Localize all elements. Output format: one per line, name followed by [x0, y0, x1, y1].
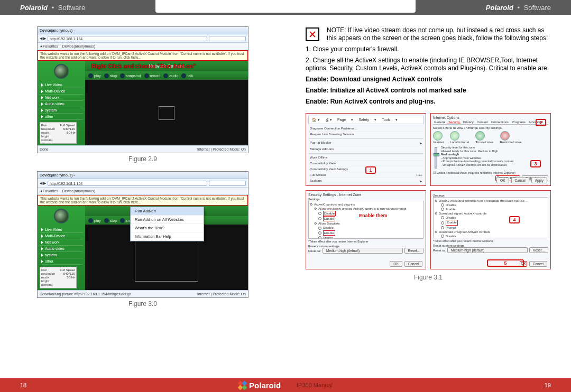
menu-item-whats-risk[interactable]: What's the Risk?: [131, 224, 204, 232]
reset-button[interactable]: Reset...: [529, 247, 548, 253]
ok-button[interactable]: OK: [496, 178, 509, 183]
status-left: Done: [40, 147, 49, 151]
snapshot-button[interactable]: snapshot: [120, 73, 141, 78]
note-text: NOTE: If live video stream does not come…: [327, 26, 549, 42]
record-button[interactable]: record: [144, 73, 161, 78]
sidebar-item[interactable]: other: [40, 114, 83, 120]
menu-item[interactable]: Reopen Last Browsing Session: [308, 132, 423, 137]
reset-combo[interactable]: Medium-high (default): [447, 247, 528, 253]
tab-label[interactable]: Device(anonymous): [62, 189, 95, 193]
activex-warning-bar[interactable]: This website wants to run the following …: [38, 195, 248, 206]
cancel-button[interactable]: Cancel: [511, 178, 529, 183]
url-field[interactable]: http://192.168.1.154: [48, 36, 207, 41]
play-button[interactable]: play: [88, 218, 101, 223]
callout-2: 2: [536, 119, 546, 126]
video-stage: [85, 80, 248, 146]
sidebar-item[interactable]: Multi-Device: [40, 88, 83, 95]
talk-button[interactable]: talk: [181, 73, 193, 78]
address-bar[interactable]: ◀ ▶ http://192.168.1.154: [38, 34, 248, 43]
zones-row[interactable]: Internet Local intranet Trusted sites Re…: [433, 131, 548, 144]
protected-mode-check[interactable]: Enable Protected Mode (requires restarti…: [437, 171, 515, 174]
menu-item[interactable]: Compatibility View: [308, 161, 423, 166]
sidebar-item[interactable]: Audio video: [40, 101, 83, 107]
security-slider[interactable]: [435, 147, 437, 169]
sidebar-item[interactable]: system: [40, 107, 83, 114]
screenshot-3-0: Device(anonymous) - ◀ ▶ http://192.168.1…: [37, 171, 248, 298]
callout-3: 3: [530, 160, 541, 167]
restricted-icon: [500, 131, 510, 141]
menu-item[interactable]: Toolbars▸: [308, 178, 423, 184]
enable-line-2: Enable: Initialize all ActiveX controls …: [306, 87, 551, 95]
menu-item[interactable]: Explorer Bars▸: [308, 184, 423, 186]
search-field[interactable]: [209, 36, 246, 41]
dialog-title: Security Settings - Internet Zone: [308, 193, 423, 197]
url-field[interactable]: http://192.168.1.154: [48, 181, 207, 186]
figure-caption: Figure 3.1: [306, 274, 551, 281]
window-titlebar: Device(anonymous) -: [38, 172, 248, 179]
ok-button[interactable]: OK: [390, 261, 402, 267]
status-left: Downloading picture http://192.168.1.154…: [40, 292, 131, 296]
menu-item-info-help[interactable]: Information Bar Help: [131, 232, 204, 241]
sidebar-item[interactable]: Live Video: [40, 82, 83, 88]
intranet-icon: [450, 131, 459, 141]
audio-button[interactable]: audio: [163, 73, 178, 78]
enable-line-1: Enable: Download unsigned ActiveX contro…: [306, 76, 551, 83]
tabs-row[interactable]: General Security Privacy Content Connect…: [433, 120, 548, 125]
apply-button[interactable]: Apply: [531, 178, 547, 183]
activex-warning-bar[interactable]: This website wants to run the following …: [38, 50, 248, 61]
menu-item-run-all[interactable]: Run Add-on on All Websites: [131, 216, 204, 224]
menu-item[interactable]: Work Offline: [308, 155, 423, 161]
tools-dropdown[interactable]: Diagnose Connection Problems... Reopen L…: [308, 126, 423, 186]
enable-line-3: Enable: Run ActiveX controls and plug-in…: [306, 98, 551, 106]
level-name: Medium-high: [441, 153, 459, 156]
search-field[interactable]: [209, 181, 246, 186]
video-viewer: Network Camera play stop snapshot record…: [85, 61, 248, 146]
internet-options-screenshot: Internet Options General Security Privac…: [430, 113, 551, 186]
stop-button[interactable]: stop: [104, 73, 117, 78]
step-2: 2. Change all the ActiveX settings to en…: [306, 57, 551, 72]
favorites-label[interactable]: Favorites: [43, 189, 58, 193]
play-button[interactable]: play: [88, 73, 101, 78]
cancel-button[interactable]: Cancel: [529, 261, 547, 267]
menu-item[interactable]: Pop-up Blocker▸: [308, 140, 423, 146]
figure-3-0: Device(anonymous) - ◀ ▶ http://192.168.1…: [20, 171, 265, 307]
camera-lens-graphic: [38, 206, 85, 227]
sidebar-item[interactable]: Net work: [40, 239, 83, 246]
page-number-right: 19: [545, 382, 551, 388]
browser-toolbar: ★ Favorites Device(anonymous): [38, 43, 248, 50]
favorites-label[interactable]: Favorites: [43, 44, 58, 48]
toolbar-row: 🏠 ▾🖨 ▾ Page▾ Safety▾ Tools▾: [308, 116, 423, 124]
security-settings-left: Security Settings - Internet Zone Settin…: [306, 190, 426, 269]
red-x-icon: [306, 27, 319, 41]
context-menu[interactable]: Run Add-on Run Add-on on All Websites Wh…: [130, 207, 204, 241]
settings-list[interactable]: ⚙ ActiveX controls and plug-ins ⚙ Allow …: [308, 201, 423, 239]
sidebar-item[interactable]: other: [40, 258, 83, 265]
sidebar-item[interactable]: Live Video: [40, 227, 83, 233]
figure-caption: Figure 3.0: [20, 300, 265, 307]
sidebar-item[interactable]: Net work: [40, 95, 83, 101]
enable-them-label: Enable them: [359, 213, 388, 218]
sidebar-item[interactable]: Audio video: [40, 246, 83, 252]
settings-list[interactable]: ⚙ Display video and animation on a webpa…: [433, 197, 548, 238]
address-bar[interactable]: ◀ ▶ http://192.168.1.154: [38, 179, 248, 188]
page-right: NOTE: If live video stream does not come…: [286, 15, 571, 377]
stop-button[interactable]: stop: [104, 218, 117, 223]
security-settings-right: Settings ⚙ Display video and animation o…: [430, 190, 551, 269]
reset-combo[interactable]: Medium-high (default): [323, 248, 403, 254]
sidebar-item[interactable]: Multi-Device: [40, 233, 83, 239]
menu-item[interactable]: Diagnose Connection Problems...: [308, 126, 423, 132]
tab-label[interactable]: Device(anonymous): [62, 44, 95, 48]
camera-lens-graphic: [38, 61, 85, 82]
menu-item[interactable]: Manage Add-ons: [308, 146, 423, 152]
sidebar-item[interactable]: system: [40, 252, 83, 258]
cancel-button[interactable]: Cancel: [404, 261, 422, 267]
sidebar-menu: Live Video Multi-Device Net work Audio v…: [38, 82, 85, 120]
manual-label: IP300 Manual: [297, 382, 333, 388]
callout-5: 5: [487, 259, 524, 267]
figure-2-9: Device(anonymous) - ◀ ▶ http://192.168.1…: [20, 26, 265, 163]
menu-item-run-addon[interactable]: Run Add-on: [131, 207, 204, 216]
browser-toolbar: ★ Favorites Device(anonymous): [38, 188, 248, 195]
right-click-instruction: Right Click and choose "Run Add-on": [91, 63, 196, 69]
camera-sidebar: Live Video Multi-Device Net work Audio v…: [38, 61, 85, 146]
reset-button[interactable]: Reset...: [404, 248, 423, 254]
